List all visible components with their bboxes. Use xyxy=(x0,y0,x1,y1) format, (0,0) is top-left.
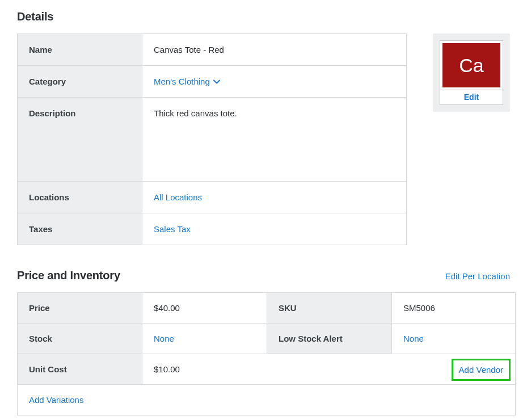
taxes-link[interactable]: Sales Tax xyxy=(154,224,191,234)
value-name[interactable]: Canvas Tote - Red xyxy=(142,34,407,66)
value-description[interactable]: Thick red canvas tote. xyxy=(142,98,407,182)
details-table: Name Canvas Tote - Red Category Men's Cl… xyxy=(17,33,407,245)
low-stock-alert-link[interactable]: None xyxy=(403,334,424,343)
value-sku[interactable]: SM5006 xyxy=(392,293,516,324)
label-description: Description xyxy=(18,98,142,182)
stock-link[interactable]: None xyxy=(154,334,174,343)
category-dropdown-label: Men's Clothing xyxy=(154,77,210,86)
label-price: Price xyxy=(18,293,142,324)
edit-per-location-link[interactable]: Edit Per Location xyxy=(445,271,510,281)
chevron-down-icon xyxy=(213,78,220,85)
label-sku: SKU xyxy=(267,293,392,324)
add-vendor-button[interactable]: Add Vendor xyxy=(452,359,511,381)
value-unit-cost[interactable]: $10.00 xyxy=(154,364,180,374)
value-price[interactable]: $40.00 xyxy=(142,293,267,324)
category-dropdown[interactable]: Men's Clothing xyxy=(154,77,220,86)
label-stock: Stock xyxy=(18,324,142,354)
label-name: Name xyxy=(18,34,142,66)
label-low-stock-alert: Low Stock Alert xyxy=(267,324,392,354)
locations-link[interactable]: All Locations xyxy=(154,192,202,202)
edit-image-button[interactable]: Edit xyxy=(440,90,503,104)
details-heading: Details xyxy=(17,10,510,23)
thumbnail-tile: Ca Edit xyxy=(440,40,503,105)
thumbnail-panel: Ca Edit xyxy=(433,33,510,112)
inventory-table: Price $40.00 SKU SM5006 Stock None Low S… xyxy=(17,292,516,415)
label-unit-cost: Unit Cost xyxy=(18,354,142,385)
label-category: Category xyxy=(18,66,142,98)
inventory-heading: Price and Inventory xyxy=(17,269,120,282)
add-variations-link[interactable]: Add Variations xyxy=(29,395,83,405)
item-color-swatch: Ca xyxy=(442,43,500,87)
label-locations: Locations xyxy=(18,182,142,213)
label-taxes: Taxes xyxy=(18,213,142,245)
